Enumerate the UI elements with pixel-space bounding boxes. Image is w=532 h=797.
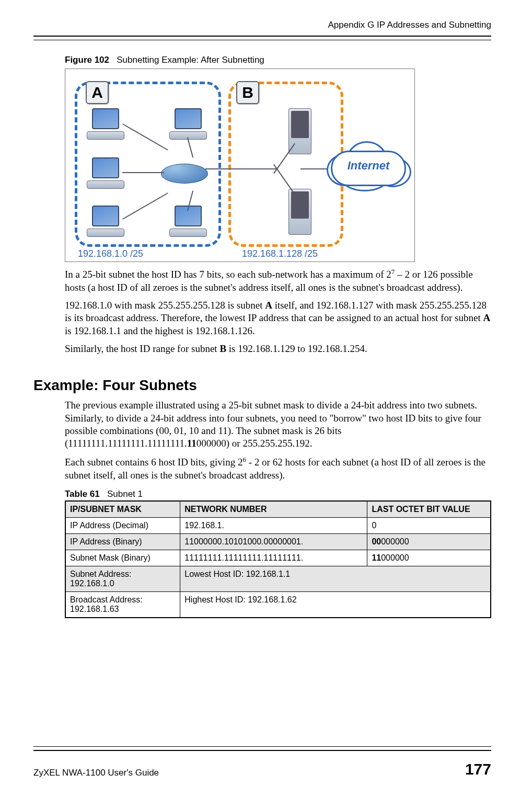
table-row: Broadcast Address: 192.168.1.63Highest H… bbox=[65, 592, 491, 618]
cell-mask: Broadcast Address: 192.168.1.63 bbox=[65, 592, 180, 618]
col-header-lastoctet: LAST OCTET BIT VALUE bbox=[367, 501, 491, 518]
paragraph-3: Similarly, the host ID range for subnet … bbox=[65, 343, 491, 355]
subnet-a-cidr: 192.168.1.0 /25 bbox=[78, 248, 143, 259]
line-icon bbox=[205, 168, 276, 169]
line-icon bbox=[122, 123, 168, 151]
table-caption: Table 61 Subnet 1 bbox=[65, 489, 491, 499]
line-icon bbox=[122, 192, 168, 220]
cloud-label: Internet bbox=[327, 159, 410, 173]
paragraph-1: In a 25-bit subnet the host ID has 7 bit… bbox=[65, 267, 491, 294]
cell-network: 11000000.10101000.00000001. bbox=[180, 534, 367, 550]
section-heading: Example: Four Subnets bbox=[33, 377, 491, 394]
cell-network: Lowest Host ID: 192.168.1.1 bbox=[180, 566, 491, 592]
col-header-network: NETWORK NUMBER bbox=[180, 501, 367, 518]
cell-mask: IP Address (Decimal) bbox=[65, 518, 180, 534]
page-footer: ZyXEL NWA-1100 User's Guide 177 bbox=[33, 760, 491, 778]
text: 192.168.1.0 with mask 255.255.255.128 is… bbox=[65, 300, 265, 311]
cell-network: 11111111.11111111.11111111. bbox=[180, 550, 367, 566]
text: 000000) or 255.255.255.192. bbox=[196, 438, 313, 449]
text: Similarly, the host ID range for subnet bbox=[65, 343, 219, 354]
table-label: Table 61 bbox=[65, 489, 100, 499]
pc-icon bbox=[87, 108, 124, 140]
footer-rules bbox=[33, 746, 491, 751]
text: Each subnet contains 6 host ID bits, giv… bbox=[65, 457, 242, 468]
paragraph-4: The previous example illustrated using a… bbox=[65, 399, 491, 450]
subnet-a-letter: A bbox=[86, 81, 109, 104]
cell-lastoctet: 00000000 bbox=[367, 534, 491, 550]
figure-diagram: A B Internet 192.168.1.0 /25 192.168. bbox=[65, 69, 415, 262]
cell-lastoctet: 11000000 bbox=[367, 550, 491, 566]
footer-guide: ZyXEL NWA-1100 User's Guide bbox=[33, 768, 159, 778]
bold-bits: 11 bbox=[187, 438, 196, 449]
figure-title: Subnetting Example: After Subnetting bbox=[117, 55, 264, 65]
cell-network: 192.168.1. bbox=[180, 518, 367, 534]
figure-label: Figure 102 bbox=[65, 55, 109, 65]
header-rule-thin bbox=[33, 40, 491, 40]
subnet-b-box: B bbox=[228, 82, 343, 247]
figure-caption: Figure 102 Subnetting Example: After Sub… bbox=[65, 55, 491, 65]
pc-icon bbox=[87, 206, 124, 237]
header-appendix: Appendix G IP Addresses and Subnetting bbox=[33, 20, 491, 36]
col-header-mask: IP/SUBNET MASK bbox=[65, 501, 180, 518]
cell-lastoctet: 0 bbox=[367, 518, 491, 534]
header-rule bbox=[33, 36, 491, 37]
table-row: Subnet Mask (Binary)11111111.11111111.11… bbox=[65, 550, 491, 566]
subnet-b-letter: B bbox=[236, 81, 259, 104]
text: is 192.168.1.1 and the highest is 192.16… bbox=[65, 325, 255, 336]
bold-a: A bbox=[265, 300, 272, 311]
line-icon bbox=[187, 137, 193, 157]
pc-icon bbox=[169, 108, 207, 140]
cell-mask: Subnet Mask (Binary) bbox=[65, 550, 180, 566]
subnet-b-cidr: 192.168.1.128 /25 bbox=[242, 248, 318, 259]
bold-a: A bbox=[483, 312, 490, 323]
subnet-table: IP/SUBNET MASK NETWORK NUMBER LAST OCTET… bbox=[65, 500, 491, 618]
paragraph-5: Each subnet contains 6 host ID bits, giv… bbox=[65, 455, 491, 482]
internet-cloud-icon: Internet bbox=[327, 139, 410, 191]
subnet-a-box: A bbox=[75, 82, 221, 247]
table-row: IP Address (Decimal)192.168.1.0 bbox=[65, 518, 491, 534]
table-title: Subnet 1 bbox=[107, 489, 143, 499]
server-icon bbox=[288, 189, 311, 235]
cell-mask: Subnet Address: 192.168.1.0 bbox=[65, 566, 180, 592]
footer-page-number: 177 bbox=[465, 760, 491, 778]
text: is 192.168.1.129 to 192.168.1.254. bbox=[226, 343, 367, 354]
table-header-row: IP/SUBNET MASK NETWORK NUMBER LAST OCTET… bbox=[65, 501, 491, 518]
pc-icon bbox=[87, 157, 124, 189]
table-row: IP Address (Binary)11000000.10101000.000… bbox=[65, 534, 491, 550]
cell-network: Highest Host ID: 192.168.1.62 bbox=[180, 592, 491, 618]
router-icon bbox=[161, 164, 208, 184]
paragraph-2: 192.168.1.0 with mask 255.255.255.128 is… bbox=[65, 299, 491, 337]
cell-mask: IP Address (Binary) bbox=[65, 534, 180, 550]
line-icon bbox=[122, 172, 164, 173]
bold-b: B bbox=[219, 343, 226, 354]
text: In a 25-bit subnet the host ID has 7 bit… bbox=[65, 269, 391, 280]
table-row: Subnet Address: 192.168.1.0Lowest Host I… bbox=[65, 566, 491, 592]
